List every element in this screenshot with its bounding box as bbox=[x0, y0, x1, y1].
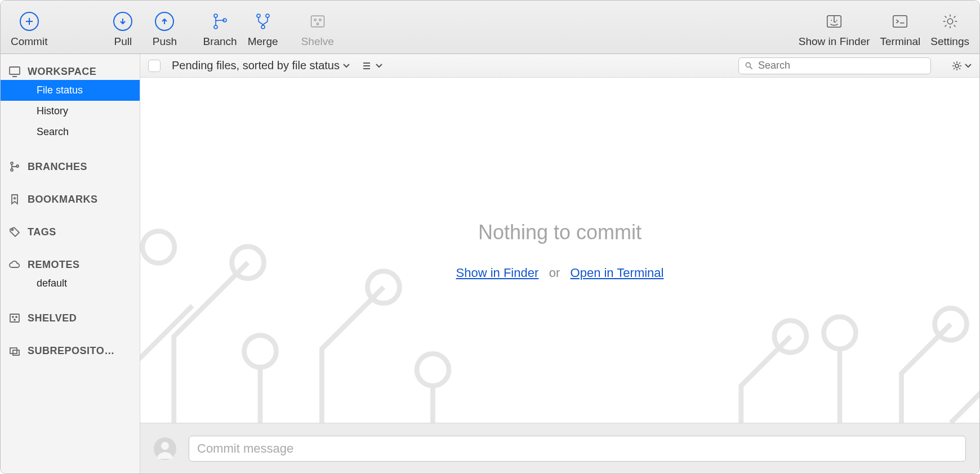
cloud-icon bbox=[8, 258, 21, 271]
view-mode-dropdown[interactable] bbox=[361, 60, 382, 71]
toolbar: Commit Pull Push Branch bbox=[1, 1, 979, 54]
chevron-down-icon bbox=[343, 64, 350, 68]
terminal-button[interactable]: Terminal bbox=[880, 12, 921, 48]
svg-point-21 bbox=[14, 319, 15, 320]
svg-point-26 bbox=[142, 231, 175, 263]
svg-point-25 bbox=[955, 64, 959, 68]
toolbar-label: Merge bbox=[248, 35, 278, 48]
filter-dropdown[interactable]: Pending files, sorted by file status bbox=[172, 59, 350, 72]
sidebar-section-tags[interactable]: TAGS bbox=[1, 218, 140, 240]
svg-point-19 bbox=[12, 316, 14, 318]
list-icon bbox=[361, 60, 372, 71]
svg-point-4 bbox=[266, 14, 269, 17]
push-button[interactable]: Push bbox=[149, 12, 180, 48]
user-icon bbox=[154, 437, 176, 460]
sidebar: WORKSPACE File status History Search BRA… bbox=[1, 54, 140, 473]
sidebar-item-remote-default[interactable]: default bbox=[1, 273, 140, 294]
svg-point-29 bbox=[367, 271, 399, 303]
sidebar-section-label: WORKSPACE bbox=[28, 66, 96, 78]
main: Pending files, sorted by file status bbox=[140, 54, 979, 473]
toolbar-label: Show in Finder bbox=[799, 35, 870, 48]
sidebar-section-bookmarks[interactable]: BOOKMARKS bbox=[1, 185, 140, 208]
open-in-terminal-link[interactable]: Open in Terminal bbox=[571, 266, 664, 280]
subrepo-icon bbox=[8, 345, 21, 357]
search-input[interactable] bbox=[758, 60, 925, 71]
toolbar-label: Commit bbox=[11, 35, 47, 48]
app-window: Commit Pull Push Branch bbox=[0, 0, 980, 474]
search-icon bbox=[745, 61, 754, 70]
svg-point-0 bbox=[214, 14, 217, 17]
toolbar-label: Push bbox=[153, 35, 177, 48]
monitor-icon bbox=[8, 65, 21, 78]
show-in-finder-link[interactable]: Show in Finder bbox=[456, 266, 539, 280]
chevron-down-icon bbox=[965, 64, 972, 68]
branch-button[interactable]: Branch bbox=[203, 12, 237, 48]
svg-point-8 bbox=[319, 19, 321, 21]
svg-rect-11 bbox=[893, 16, 907, 28]
svg-rect-18 bbox=[10, 314, 19, 322]
svg-point-28 bbox=[244, 336, 277, 368]
tag-icon bbox=[8, 226, 21, 238]
svg-point-24 bbox=[746, 62, 750, 67]
avatar bbox=[154, 437, 176, 460]
sidebar-item-label: File status bbox=[37, 84, 83, 96]
shelve-icon bbox=[8, 312, 21, 324]
svg-point-9 bbox=[317, 23, 319, 25]
toolbar-group-mid2: Shelve bbox=[301, 12, 334, 48]
search-field[interactable] bbox=[738, 57, 931, 74]
toolbar-label: Settings bbox=[930, 35, 969, 48]
branch-icon bbox=[211, 12, 230, 31]
svg-point-14 bbox=[11, 162, 13, 164]
svg-point-32 bbox=[824, 317, 856, 349]
svg-point-31 bbox=[774, 320, 807, 352]
toolbar-group-left: Commit Pull Push bbox=[11, 12, 180, 48]
toolbar-label: Pull bbox=[114, 35, 132, 48]
pull-button[interactable]: Pull bbox=[107, 12, 139, 48]
svg-point-12 bbox=[947, 19, 952, 24]
background-pattern bbox=[140, 78, 979, 423]
merge-button[interactable]: Merge bbox=[247, 12, 279, 48]
stage-links: Show in Finder or Open in Terminal bbox=[456, 266, 664, 280]
sidebar-item-search[interactable]: Search bbox=[1, 122, 140, 142]
sidebar-section-label: SHELVED bbox=[28, 312, 77, 324]
chevron-down-icon bbox=[376, 64, 382, 68]
sidebar-item-label: Search bbox=[37, 126, 69, 137]
sidebar-section-label: SUBREPOSITO… bbox=[28, 345, 115, 357]
shelve-button[interactable]: Shelve bbox=[301, 12, 334, 48]
sidebar-section-workspace[interactable]: WORKSPACE bbox=[1, 57, 140, 80]
sidebar-item-label: History bbox=[37, 105, 68, 117]
toolbar-label: Branch bbox=[203, 35, 237, 48]
sidebar-section-shelved[interactable]: SHELVED bbox=[1, 304, 140, 327]
svg-point-27 bbox=[232, 247, 264, 279]
select-all-checkbox[interactable] bbox=[148, 60, 161, 72]
branch-icon bbox=[8, 160, 21, 173]
svg-rect-22 bbox=[10, 348, 17, 354]
gear-icon bbox=[951, 60, 963, 71]
plus-circle-icon bbox=[20, 12, 39, 31]
commit-button[interactable]: Commit bbox=[11, 12, 47, 48]
commit-message-input[interactable] bbox=[189, 436, 966, 462]
svg-point-17 bbox=[12, 229, 14, 231]
svg-point-5 bbox=[261, 25, 265, 29]
svg-point-35 bbox=[161, 442, 169, 450]
sidebar-item-file-status[interactable]: File status bbox=[1, 80, 140, 101]
svg-point-33 bbox=[935, 308, 967, 340]
settings-button[interactable]: Settings bbox=[930, 12, 969, 48]
sidebar-section-label: REMOTES bbox=[28, 259, 80, 271]
terminal-icon bbox=[890, 12, 910, 31]
body: WORKSPACE File status History Search BRA… bbox=[1, 54, 979, 473]
sidebar-item-history[interactable]: History bbox=[1, 101, 140, 122]
bookmark-icon bbox=[8, 193, 21, 205]
toolbar-label: Shelve bbox=[301, 35, 334, 48]
sidebar-section-subrepos[interactable]: SUBREPOSITO… bbox=[1, 337, 140, 359]
svg-point-3 bbox=[257, 14, 260, 17]
show-in-finder-button[interactable]: Show in Finder bbox=[799, 12, 870, 48]
filter-label: Pending files, sorted by file status bbox=[172, 59, 340, 72]
sidebar-section-branches[interactable]: BRANCHES bbox=[1, 153, 140, 175]
sidebar-section-remotes[interactable]: REMOTES bbox=[1, 251, 140, 273]
sidebar-section-label: BOOKMARKS bbox=[28, 194, 98, 205]
svg-point-30 bbox=[417, 354, 449, 386]
svg-point-15 bbox=[11, 169, 13, 171]
down-circle-icon bbox=[113, 12, 132, 31]
options-dropdown[interactable] bbox=[951, 60, 972, 71]
